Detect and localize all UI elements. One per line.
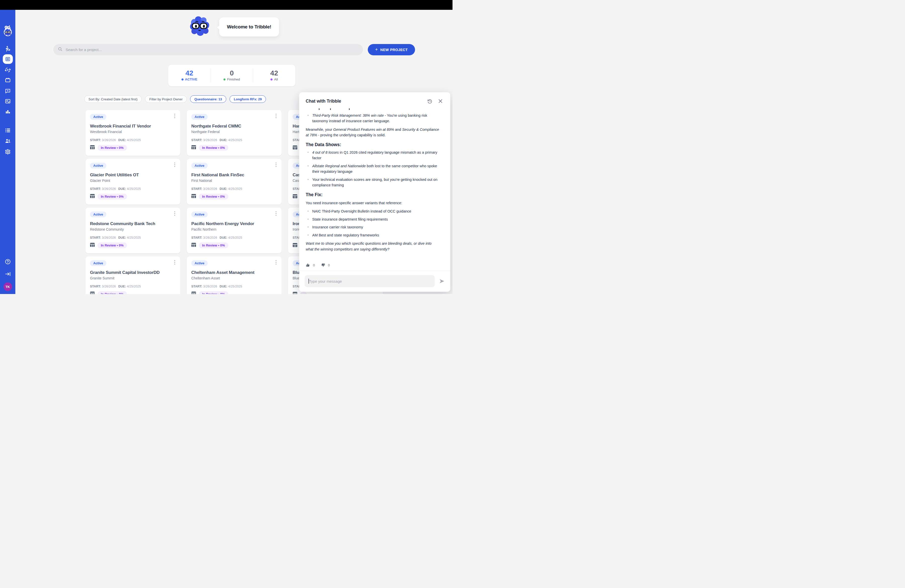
status-badge: Active <box>90 211 106 217</box>
search-input[interactable] <box>66 48 359 52</box>
project-card[interactable]: Active Glacier Point Utilities OT Glacie… <box>85 159 181 205</box>
review-progress-pill: In Review • 0% <box>98 291 127 294</box>
stat-finished-label: Finished <box>227 78 240 81</box>
settings-gear-icon[interactable] <box>5 149 11 155</box>
card-menu-icon[interactable] <box>172 162 178 168</box>
project-card[interactable]: Active Northgate Federal CMMC Northgate … <box>187 110 282 156</box>
thumbs-down-icon[interactable] <box>321 262 326 268</box>
chat-message-input[interactable] <box>305 275 435 287</box>
table-icon <box>293 292 297 294</box>
project-card[interactable]: Active Westbrook Financial IT Vendor Wes… <box>85 110 181 156</box>
card-footer: In Review • 0% <box>191 145 228 151</box>
queue-list-icon[interactable] <box>5 127 11 133</box>
chat-history-icon[interactable] <box>427 98 433 104</box>
project-dates: START: 3/26/2026DUE: 4/25/2025 <box>191 187 277 191</box>
new-project-button[interactable]: + NEW PROJECT <box>368 44 415 55</box>
sidebar: TK <box>0 10 15 294</box>
project-title: Westbrook Financial IT Vendor <box>90 124 176 129</box>
status-badge: Active <box>191 163 208 168</box>
chat-bullet: Allstate Regional and Nationwide both lo… <box>306 163 440 175</box>
stat-active[interactable]: 42 ACTIVE <box>168 65 211 86</box>
all-dot <box>270 78 273 81</box>
card-menu-icon[interactable] <box>172 259 178 265</box>
workspace-icon[interactable] <box>5 77 11 83</box>
review-progress-pill: In Review • 0% <box>199 194 228 199</box>
project-title: Redstone Community Bank Tech <box>90 221 176 226</box>
card-menu-icon[interactable] <box>172 113 178 119</box>
project-dates: START: 3/26/2026DUE: 4/25/2025 <box>90 236 176 240</box>
card-footer: In Review • 0% <box>90 242 127 248</box>
chat-sparkle-icon[interactable] <box>5 88 11 94</box>
chat-bullet-list: NAIC Third-Party Oversight Bulletin inst… <box>306 208 440 238</box>
sync-sparkle-icon[interactable] <box>5 67 11 73</box>
stat-active-label: ACTIVE <box>185 78 198 81</box>
chat-close-icon[interactable] <box>437 98 444 104</box>
chat-bullet: NAIC Third-Party Oversight Bulletin inst… <box>306 208 440 214</box>
filter-owner-chip[interactable]: Filter by Project Owner <box>145 95 187 103</box>
status-badge: Active <box>90 114 106 120</box>
tribble-mascot-illustration <box>189 15 210 37</box>
user-initials[interactable]: TK <box>3 283 12 291</box>
table-icon <box>191 194 196 199</box>
review-progress-pill: In Review • 0% <box>98 145 127 151</box>
project-client: Granite Summit <box>90 276 176 280</box>
chat-header: Chat with Tribble <box>299 92 450 106</box>
tribble-avatar-icon[interactable] <box>4 28 12 36</box>
card-menu-icon[interactable] <box>273 113 279 119</box>
card-menu-icon[interactable] <box>273 162 279 168</box>
project-search[interactable] <box>53 44 363 55</box>
sort-by-chip[interactable]: Sort By: Created Date (latest first) <box>84 95 142 103</box>
card-menu-icon[interactable] <box>273 210 279 216</box>
card-footer: In Review • 0% <box>90 291 127 294</box>
status-badge: Active <box>191 260 208 266</box>
finished-dot <box>224 78 225 81</box>
chat-paragraph: Want me to show you which specific quest… <box>306 241 440 252</box>
analytics-bar-chart-icon[interactable] <box>5 109 11 115</box>
longform-rfx-chip[interactable]: Longform RFx: 29 <box>230 95 266 103</box>
chat-input-wrap[interactable] <box>305 275 435 287</box>
table-icon <box>90 145 95 150</box>
sidebar-item-projects-active[interactable] <box>3 54 13 64</box>
stat-all[interactable]: 42 All <box>253 65 295 86</box>
stat-finished[interactable]: 0 Finished <box>211 65 253 86</box>
table-icon <box>90 243 95 248</box>
team-members-icon[interactable] <box>5 138 11 144</box>
chat-bullet: Third-Party Risk Management: 38% win rat… <box>306 113 440 124</box>
stat-all-label: All <box>274 78 278 81</box>
questionnaire-chip[interactable]: Questionnaire: 13 <box>190 95 226 103</box>
project-title: Northgate Federal CMMC <box>191 124 277 129</box>
thumbs-up-count: 0 <box>313 263 315 267</box>
agent-handoff-icon[interactable] <box>5 46 11 52</box>
card-menu-icon[interactable] <box>172 210 178 216</box>
table-icon <box>191 145 196 150</box>
new-project-label: NEW PROJECT <box>380 48 408 52</box>
user-avatar[interactable]: TK <box>3 283 12 291</box>
project-card[interactable]: Active Cheltenham Asset Management Chelt… <box>187 256 282 294</box>
project-card[interactable]: Active Granite Summit Capital InvestorDD… <box>85 256 181 294</box>
chat-paragraph: Meanwhile, your General Product Features… <box>306 127 440 138</box>
project-card[interactable]: Active First National Bank FinSec First … <box>187 159 282 205</box>
filter-chip-row: Sort By: Created Date (latest first) Fil… <box>84 95 266 103</box>
table-icon <box>191 291 196 294</box>
project-dates: START: 3/26/2026DUE: 4/25/2025 <box>90 285 176 288</box>
project-client: Northgate Federal <box>191 130 277 134</box>
project-title: Pacific Northern Energy Vendor <box>191 221 277 226</box>
checklist-icon[interactable] <box>5 98 11 104</box>
chat-bullet: Your technical evaluation scores are str… <box>306 177 440 188</box>
main-content: Welcome to Tribble! + NEW PROJECT 42 ACT… <box>15 10 452 294</box>
welcome-bubble: Welcome to Tribble! <box>219 17 279 37</box>
top-bar <box>0 0 452 10</box>
sign-out-icon[interactable] <box>5 271 11 277</box>
table-icon <box>191 243 196 248</box>
help-icon[interactable] <box>5 259 11 265</box>
chat-feedback-row: 0 0 <box>299 262 450 271</box>
project-card[interactable]: Active Pacific Northern Energy Vendor Pa… <box>187 207 282 254</box>
project-card[interactable]: Active Redstone Community Bank Tech Reds… <box>85 207 181 254</box>
review-progress-pill: In Review • 0% <box>199 291 228 294</box>
send-message-icon[interactable] <box>439 278 445 284</box>
chat-bullet: 4 out of 8 losses in Q1 2026 cited regul… <box>306 149 440 161</box>
project-client: Cheltenham Asset <box>191 276 277 280</box>
card-menu-icon[interactable] <box>273 259 279 265</box>
stat-finished-value: 0 <box>230 70 234 77</box>
thumbs-up-icon[interactable] <box>306 262 311 268</box>
